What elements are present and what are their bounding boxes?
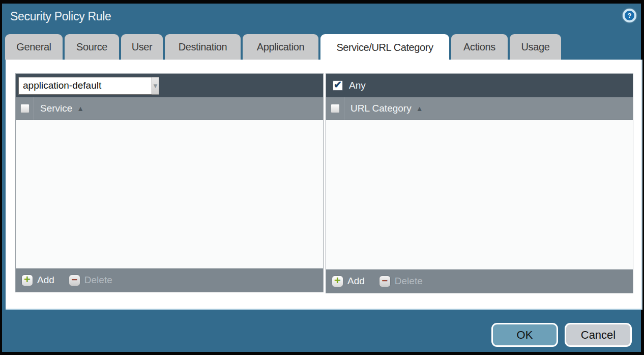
url-category-panel-footer: + Add − Delete bbox=[326, 269, 633, 293]
plus-icon: + bbox=[21, 275, 33, 286]
tab-actions[interactable]: Actions bbox=[451, 34, 508, 60]
service-column-label[interactable]: Service bbox=[40, 103, 72, 114]
tab-general[interactable]: General bbox=[5, 34, 63, 60]
service-delete-button[interactable]: − Delete bbox=[69, 275, 112, 286]
service-list bbox=[16, 120, 323, 268]
sort-ascending-icon[interactable]: ▲ bbox=[77, 104, 84, 113]
service-type-dropdown-button[interactable]: ▼ bbox=[152, 77, 159, 95]
screen: Security Policy Rule ? General Source Us… bbox=[0, 0, 644, 355]
url-category-panel-header: ✔ Any bbox=[326, 74, 633, 97]
service-add-button[interactable]: + Add bbox=[21, 275, 54, 286]
dialog-title: Security Policy Rule bbox=[10, 10, 111, 23]
service-select-all-checkbox[interactable] bbox=[20, 104, 30, 113]
tab-application[interactable]: Application bbox=[243, 34, 318, 60]
delete-label: Delete bbox=[84, 275, 112, 286]
url-category-add-button[interactable]: + Add bbox=[332, 276, 365, 287]
security-policy-rule-dialog: Security Policy Rule ? General Source Us… bbox=[2, 4, 641, 352]
service-panel-footer: + Add − Delete bbox=[16, 268, 323, 292]
url-category-checkbox-cell bbox=[326, 97, 344, 120]
service-column-header: Service ▲ bbox=[16, 97, 323, 120]
add-label: Add bbox=[347, 276, 365, 287]
checkmark-icon: ✔ bbox=[334, 80, 342, 90]
tab-service-url-category[interactable]: Service/URL Category bbox=[320, 34, 449, 61]
tab-usage[interactable]: Usage bbox=[510, 34, 561, 60]
minus-icon: − bbox=[379, 276, 391, 287]
url-category-delete-button[interactable]: − Delete bbox=[379, 276, 423, 287]
cancel-button[interactable]: Cancel bbox=[565, 323, 632, 347]
add-label: Add bbox=[37, 275, 54, 286]
minus-icon: − bbox=[69, 275, 80, 286]
url-category-column-label[interactable]: URL Category bbox=[350, 103, 412, 114]
any-checkbox[interactable]: ✔ bbox=[333, 80, 343, 91]
help-button[interactable]: ? bbox=[623, 9, 636, 22]
url-category-select-all-checkbox[interactable] bbox=[331, 104, 340, 113]
service-panel: ▼ Service ▲ + Add − Delete bbox=[15, 73, 324, 292]
service-type-input[interactable] bbox=[18, 77, 152, 95]
service-checkbox-cell bbox=[16, 97, 34, 120]
service-panel-header: ▼ bbox=[16, 74, 323, 97]
tab-bar: General Source User Destination Applicat… bbox=[5, 34, 561, 60]
tab-source[interactable]: Source bbox=[65, 34, 119, 60]
tab-user[interactable]: User bbox=[121, 34, 163, 60]
tab-destination[interactable]: Destination bbox=[165, 34, 241, 60]
plus-icon: + bbox=[332, 276, 343, 287]
url-category-column-header: URL Category ▲ bbox=[326, 97, 633, 120]
chevron-down-icon: ▼ bbox=[152, 82, 159, 90]
any-label: Any bbox=[349, 80, 366, 91]
sort-ascending-icon[interactable]: ▲ bbox=[416, 104, 423, 113]
url-category-panel: ✔ Any URL Category ▲ + Add − bbox=[326, 73, 633, 293]
any-row: ✔ Any bbox=[329, 80, 366, 91]
ok-button[interactable]: OK bbox=[491, 323, 558, 347]
url-category-list bbox=[326, 120, 633, 269]
delete-label: Delete bbox=[395, 276, 423, 287]
help-icon: ? bbox=[625, 11, 634, 20]
service-type-combobox: ▼ bbox=[18, 77, 150, 95]
